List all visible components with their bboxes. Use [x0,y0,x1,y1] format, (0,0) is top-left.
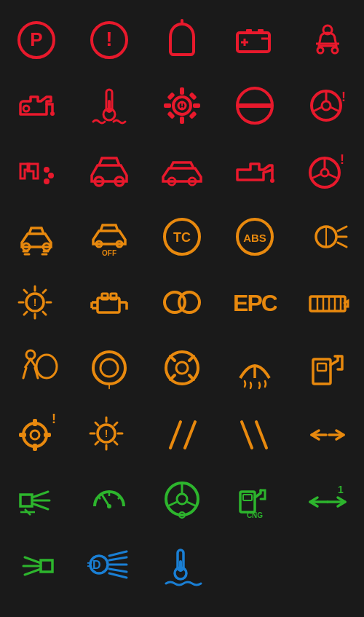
svg-point-106 [23,423,47,447]
exhaust-icon [306,280,349,324]
svg-point-137 [177,494,187,504]
svg-line-36 [313,107,322,111]
lane-left-cell [146,401,218,466]
svg-line-121 [95,441,98,444]
svg-line-148 [25,557,41,563]
svg-rect-111 [44,433,51,437]
svg-line-156 [109,569,127,572]
traction-skid-cell [0,204,73,270]
headlight-cell [291,204,364,270]
battery-icon [233,18,277,62]
oil-can-red-cell [218,138,291,204]
svg-rect-23 [180,117,184,124]
car-low-cell [146,138,218,204]
oil-pressure-cell [0,73,73,138]
svg-line-154 [109,557,127,560]
svg-line-140 [187,502,197,506]
svg-line-153 [109,551,127,556]
svg-line-120 [114,423,117,425]
svg-text:!: ! [105,428,108,439]
seatbelt-cell [146,7,218,73]
brake-disc-icon [160,346,204,390]
icon-grid: P ! [0,0,364,605]
svg-line-73 [43,312,46,315]
lane-right-cell [218,401,291,466]
abs-cell: ABS [218,204,291,270]
seatbelt-icon [160,18,204,62]
traction-skid-icon [15,215,58,259]
svg-text:!: ! [181,99,184,111]
svg-text:OFF: OFF [102,249,116,257]
parking-brake-icon: P [15,18,58,62]
brake-disc-cell [146,335,218,401]
door-open-icon [306,18,349,62]
engine-warning-icon: ! [160,84,204,127]
epc-icon: EPC [233,280,277,324]
fog-front-icon [15,477,58,521]
svg-point-39 [44,167,50,173]
epc-cell: EPC [218,270,291,335]
light-bulb-cell: ! [0,270,73,335]
svg-text:CNG: CNG [247,511,263,519]
battery-cell [218,7,291,73]
svg-rect-108 [33,419,37,426]
power-steering-cell: ! [291,73,364,138]
parking-brake-cell: P [0,7,73,73]
main-beam-cell: =D [73,532,146,597]
brake-pad-icon [233,84,277,127]
svg-line-123 [170,422,181,448]
svg-point-16 [50,111,55,116]
car-outline-cell [73,138,146,204]
svg-point-107 [31,431,39,439]
coolant-temp-cell [73,73,146,138]
oil-pressure-icon [15,84,58,127]
svg-rect-22 [180,87,184,95]
oil-can-red-icon [233,149,277,193]
svg-rect-78 [102,294,108,299]
svg-text:TC: TC [173,230,191,245]
svg-point-98 [93,352,125,384]
svg-rect-79 [111,294,116,299]
abs-icon: ABS [233,215,277,259]
cng-cell: CNG [218,466,291,532]
steering-warning-icon: ! [306,149,349,193]
brake-warning-icon: ! [87,18,131,62]
main-beam-icon: =D [87,543,131,586]
svg-text:P: P [30,28,42,50]
engine-check-cell [73,270,146,335]
tc-icon: TC [160,215,204,259]
exhaust-cell [291,270,364,335]
fog-rear-icon [15,543,58,586]
airbag-icon [15,346,58,390]
fog-front-cell [0,466,73,532]
water-temp-icon [160,543,204,586]
svg-line-118 [95,423,98,425]
lane-change-icon [306,412,349,455]
svg-line-75 [24,312,27,315]
svg-line-125 [242,422,252,448]
washer-fluid-cell [0,138,73,204]
power-steering-icon: ! [306,84,349,127]
wiper-icon [233,346,277,390]
svg-rect-105 [317,363,326,371]
svg-text:ABS: ABS [243,232,266,244]
lane-change-cell [291,401,364,466]
cng-icon: CNG [233,477,277,521]
svg-rect-109 [33,444,37,451]
lane-right-icon [233,412,277,455]
fuel-cell [291,335,364,401]
steering-green-cell [146,466,218,532]
svg-text:!: ! [340,152,344,167]
svg-rect-6 [246,29,252,34]
svg-rect-24 [164,103,171,108]
brake-pad-cell [218,73,291,138]
svg-text:EPC: EPC [233,290,277,316]
svg-point-99 [100,359,118,377]
svg-line-139 [167,502,177,506]
fuel-icon [306,346,349,390]
car-low-icon [160,149,204,193]
airbag-cell [0,335,73,401]
svg-line-157 [109,573,127,578]
speedometer-cell [73,466,146,532]
svg-point-40 [48,173,54,178]
